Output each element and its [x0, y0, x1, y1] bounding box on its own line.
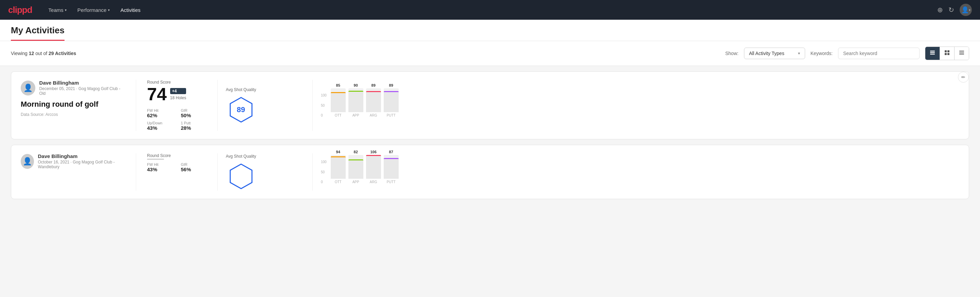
one-putt-label: 1 Putt	[181, 121, 207, 125]
viewing-total: 29	[49, 51, 54, 56]
search-input[interactable]	[838, 48, 920, 59]
gir-value: 50%	[181, 112, 207, 118]
card-stats-2: Round Score FW Hit 43% GIR 56%	[136, 153, 218, 191]
bar-fill	[384, 158, 399, 179]
bar-label-top: 89	[366, 83, 381, 87]
y-label-50: 50	[321, 104, 327, 107]
bar-xlabel: OTT	[331, 113, 346, 117]
bar-fill	[366, 91, 381, 112]
gir-label: GIR	[181, 109, 207, 112]
activities-label: Activities	[121, 7, 141, 13]
activity-type-dropdown[interactable]: All Activity Types ▾	[744, 48, 805, 59]
nav-performance[interactable]: Performance ▾	[78, 6, 110, 14]
keywords-label: Keywords:	[811, 51, 833, 56]
hexagon-value: 89	[237, 105, 245, 114]
updown-value: 43%	[147, 125, 173, 131]
nav-activities[interactable]: Activities	[121, 6, 141, 14]
bar-fill	[331, 92, 346, 112]
hexagon-svg-2	[228, 163, 255, 190]
viewing-prefix: Viewing	[11, 51, 29, 56]
svg-rect-10	[959, 54, 964, 55]
bar-top-accent	[384, 158, 399, 159]
view-toggle-list-dense[interactable]	[925, 47, 940, 60]
bar-xlabel: APP	[348, 113, 363, 117]
chart-column: 85OTT	[331, 83, 346, 117]
avatar-placeholder-icon: 👤	[24, 84, 33, 93]
card-chart-2: 10050094OTT82APP106ARG87PUTT	[313, 153, 959, 191]
bar-xlabel: OTT	[331, 180, 346, 184]
user-avatar: 👤	[21, 81, 35, 96]
bar-label-top: 94	[331, 150, 346, 154]
bar-label-top: 87	[384, 150, 399, 154]
bar-xlabel: APP	[348, 180, 363, 184]
show-label: Show:	[725, 51, 738, 56]
bar-top-accent	[331, 92, 346, 93]
y-label-0: 0	[321, 180, 327, 184]
fw-hit-stat-2: FW Hit 43%	[147, 163, 173, 172]
content: ✏ 👤 Dave Billingham December 05, 2021 · …	[0, 71, 980, 216]
y-label-100: 100	[321, 93, 327, 97]
y-label-100: 100	[321, 160, 327, 164]
bar-fill	[366, 155, 381, 179]
bar-top-accent	[348, 91, 363, 92]
card-quality: Avg Shot Quality 89	[218, 80, 313, 131]
user-date-2: October 16, 2021 · Gog Magog Golf Club -…	[38, 160, 125, 169]
bar-top-accent	[348, 160, 363, 160]
avatar-icon: 👤	[961, 6, 969, 14]
card-left: 👤 Dave Billingham December 05, 2021 · Go…	[21, 80, 136, 131]
viewing-text: Viewing 12 out of 29 Activities	[11, 51, 720, 56]
score-row: 74 +4 18 Holes	[147, 85, 207, 103]
bar-xlabel: PUTT	[384, 113, 399, 117]
updown-stat: Up/Down 43%	[147, 121, 173, 131]
user-avatar-button[interactable]: 👤 ▾	[959, 4, 972, 16]
chart-column: 106ARG	[366, 150, 381, 184]
chart-column: 89PUTT	[384, 83, 399, 117]
view-toggles	[925, 46, 969, 60]
bar-top-accent	[384, 91, 399, 92]
chart-column: 94OTT	[331, 150, 346, 184]
fw-hit-label: FW Hit	[147, 109, 173, 112]
svg-rect-1	[930, 52, 935, 53]
score-holes: 18 Holes	[170, 96, 186, 100]
score-row-2	[147, 159, 207, 160]
bar-background	[384, 155, 399, 179]
bar-background	[384, 88, 399, 112]
svg-rect-5	[945, 53, 947, 55]
bar-background	[366, 155, 381, 179]
add-icon[interactable]: ⊕	[937, 6, 943, 14]
fw-hit-value-2: 43%	[147, 166, 173, 172]
bar-fill	[348, 160, 363, 179]
nav-right: ⊕ ↻ 👤 ▾	[937, 4, 972, 16]
bar-label-top: 90	[348, 83, 363, 87]
hexagon-2	[228, 163, 255, 190]
activity-title: Morning round of golf	[21, 100, 125, 109]
nav-teams[interactable]: Teams ▾	[49, 6, 67, 14]
avg-shot-quality-label-2: Avg Shot Quality	[226, 154, 256, 159]
svg-rect-9	[959, 53, 964, 54]
bar-label-top: 85	[331, 83, 346, 87]
fw-hit-stat: FW Hit 62%	[147, 109, 173, 118]
logo: clippd	[8, 5, 32, 15]
bar-background	[331, 88, 346, 112]
avg-shot-quality-label: Avg Shot Quality	[226, 87, 256, 92]
gir-value-2: 56%	[181, 166, 207, 172]
bar-xlabel: ARG	[366, 180, 381, 184]
svg-rect-3	[945, 50, 947, 52]
avatar-chevron: ▾	[969, 8, 970, 12]
refresh-icon[interactable]: ↻	[948, 6, 954, 14]
user-name: Dave Billingham	[40, 80, 125, 86]
svg-rect-0	[930, 51, 935, 52]
viewing-suffix: Activities	[54, 51, 76, 56]
svg-marker-12	[230, 164, 252, 188]
edit-icon: ✏	[961, 74, 966, 80]
edit-button[interactable]: ✏	[958, 72, 969, 83]
bar-background	[366, 88, 381, 112]
view-toggle-list-detail[interactable]	[955, 47, 969, 60]
view-toggle-grid[interactable]	[940, 47, 955, 60]
bar-fill	[384, 91, 399, 112]
bar-xlabel: PUTT	[384, 180, 399, 184]
sub-stats-2: FW Hit 43% GIR 56%	[147, 163, 207, 172]
bar-background	[348, 155, 363, 179]
score-badge: +4	[170, 88, 186, 94]
bar-background	[348, 88, 363, 112]
